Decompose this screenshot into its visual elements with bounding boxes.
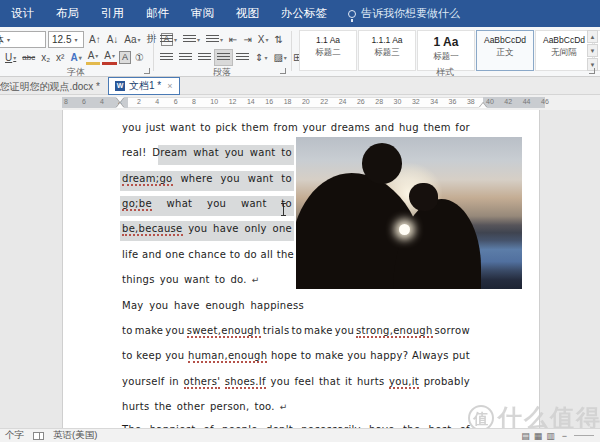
styles-dialog-launcher[interactable] [589,68,595,74]
font-dialog-launcher[interactable] [144,68,150,74]
hanging-indent-marker[interactable] [116,103,124,108]
text-line[interactable]: youjustwanttopickthemfromyourdreamsandhu… [122,122,470,136]
ribbon-tab[interactable]: 办公标签 [270,0,338,27]
font-color-icon[interactable]: A▾ [102,50,117,65]
right-indent-marker[interactable] [479,103,487,108]
style-item-标题三[interactable]: 1.1.1 Aa标题三 [358,30,416,71]
style-item-正文[interactable]: AaBbCcDd正文 [476,30,534,71]
text-line[interactable]: go;bewhatyouwantto [122,198,292,212]
character-shading-icon[interactable]: A [119,51,131,64]
document-tab-active[interactable]: W 文档1 * × [108,77,180,95]
document-image[interactable] [296,137,522,289]
ribbon-tab[interactable]: 视图 [225,0,270,27]
text-line[interactable]: yourselfinothers'shoes.Ifyoufeelthatithu… [122,376,470,390]
font-size-value: 12.5 [52,34,71,45]
superscript-icon[interactable]: x² [54,50,66,65]
tell-me-box[interactable]: 告诉我你想要做什么 [348,6,460,21]
text-line[interactable]: thingsyouwanttodo.↵ [122,274,292,288]
ruler-number: 30 [394,98,402,105]
subscript-icon[interactable]: x₂ [39,50,52,65]
style-item-标题一[interactable]: 1 Aa标题一 [417,30,475,71]
shading-icon[interactable]: ▨▾ [271,50,288,65]
zoom-out-icon[interactable]: − [562,431,567,441]
view-mode-icon[interactable]: ▥ [546,431,555,441]
word-count-label[interactable]: 个字 [5,429,24,442]
word: and [142,249,162,260]
chevron-down-icon: ▾ [174,36,177,43]
align-right-icon[interactable] [196,50,213,65]
paragraph-dialog-launcher[interactable] [280,68,286,74]
ribbon-tab[interactable]: 设计 [0,0,45,27]
paragraph-mark: ↵ [280,402,288,412]
text-effects-icon[interactable]: A▾ [68,50,83,65]
document-tab-inactive[interactable]: 法帮助您证明您的观点.docx * [0,78,104,95]
view-mode-icon[interactable]: ▤ [521,431,530,441]
increase-indent-icon[interactable]: ⇥ [241,32,253,47]
asian-layout-icon[interactable]: X▾ [256,32,271,47]
line-spacing-icon[interactable]: ⇕▾ [253,50,269,65]
decrease-indent-icon[interactable]: ⇤ [227,32,239,47]
status-bar: 个字 英语(美国) ▤▦▥ − [0,428,600,442]
align-center-icon[interactable] [177,50,194,65]
language-label[interactable]: 英语(美国) [53,429,97,442]
word: it [345,376,352,387]
text-line[interactable]: tomakeyousweet,enoughtrialstomakeyoustro… [122,325,470,339]
text-line[interactable]: tokeepyouhuman,enoughhopetomakeyouhappy?… [122,350,470,364]
ruler-number: 10 [210,98,218,105]
first-line-indent-marker[interactable] [116,97,124,102]
text-line[interactable]: Mayyouhaveenoughhappiness [122,300,304,314]
multilevel-list-icon[interactable]: ▾ [204,32,225,47]
text-line[interactable]: lifeandonechancetodoallthe [122,249,294,263]
word: only [244,223,266,234]
word: probably [424,376,470,387]
style-preview: AaBbCcDd [477,35,533,45]
word: to [215,274,226,285]
font-name-box[interactable]: 校体▾ [0,31,46,48]
text-line[interactable]: dream;gowhereyouwantto [122,173,292,187]
text-line[interactable]: be,becauseyouhaveonlyone [122,223,292,237]
underline-icon[interactable]: U▾ [3,50,18,65]
text-line[interactable]: hurtstheotherperson,too.↵ [122,401,470,415]
grow-font-icon[interactable]: A↑ [87,32,103,47]
close-icon[interactable]: × [167,81,172,91]
horizontal-ruler[interactable]: 8642246810121416182022242628303234363840… [0,95,600,110]
enclose-characters-icon[interactable]: ① [133,50,146,65]
ribbon-tab[interactable]: 引用 [90,0,135,27]
word: you [160,274,179,285]
chevron-down-icon: ▾ [197,36,200,43]
ribbon-tab[interactable]: 邮件 [135,0,180,27]
view-mode-icon[interactable]: ▦ [534,431,543,441]
shrink-font-icon[interactable]: A↓ [105,32,121,47]
proofing-book-icon[interactable] [33,432,44,440]
change-case-icon[interactable]: Aa▾ [122,32,142,47]
word: for [455,122,470,133]
ruler-number: 4 [100,98,104,105]
word: want [248,173,274,184]
align-left-icon[interactable] [158,50,175,65]
highlight-color-icon[interactable]: A▾ [86,50,101,65]
justify-icon[interactable] [215,50,232,65]
sort-icon[interactable]: ⇅ [273,32,285,47]
strikethrough-icon[interactable]: abc [20,50,37,65]
ribbon-tab[interactable]: 审阅 [180,0,225,27]
word: you [149,300,168,311]
style-item-标题二[interactable]: 1.1 Aa标题二 [299,30,357,71]
style-gallery-up-icon[interactable]: ▲ [587,30,598,43]
distributed-icon[interactable] [234,50,251,65]
word: what [167,198,193,209]
ribbon-tab[interactable]: 布局 [45,0,90,27]
bullets-icon[interactable]: ▾ [158,32,179,47]
style-item-无间隔[interactable]: AaBbCcDd无间隔 [535,30,593,71]
word: want [250,147,276,158]
word: other [177,401,205,412]
ribbon: 校体▾ 12.5▾ A↑A↓Aa▾拼A U▾abcx₂x²A▾A▾A▾A① 字体… [0,27,600,77]
style-gallery-down-icon[interactable]: ▼ [587,44,598,57]
zoom-slider[interactable] [574,435,594,436]
word: your [303,122,327,133]
word: to [281,173,292,184]
multilevel-list-icon [206,35,219,44]
word: the [277,249,294,260]
text-line[interactable]: real!Dreamwhatyouwantto [122,147,292,161]
numbering-icon[interactable]: ▾ [181,32,202,47]
font-size-box[interactable]: 12.5▾ [48,31,84,48]
